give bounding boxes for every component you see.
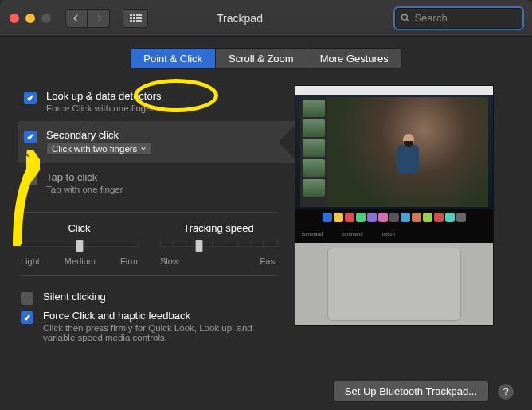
click-slider-group: Click Light Medium Firm bbox=[21, 222, 138, 266]
option-secondary-sub: Click with two fingers bbox=[52, 144, 137, 154]
option-secondary-click[interactable]: Secondary click Click with two fingers bbox=[18, 121, 280, 163]
touchbar-key: option bbox=[382, 232, 395, 236]
option-lookup-title: Look up & data detectors bbox=[46, 90, 164, 102]
tick-light: Light bbox=[21, 256, 40, 266]
zoom-window-button[interactable] bbox=[41, 14, 51, 23]
settings-tabs: Point & Click Scroll & Zoom More Gesture… bbox=[18, 48, 514, 69]
checkbox-lookup[interactable] bbox=[24, 92, 37, 104]
tracking-slider-group: Tracking speed Slow Fast bbox=[160, 222, 277, 266]
search-field[interactable] bbox=[395, 8, 522, 29]
traffic-lights bbox=[10, 14, 51, 23]
touchbar-key: command bbox=[342, 232, 362, 236]
option-silent-title: Silent clicking bbox=[43, 291, 106, 303]
click-slider-knob[interactable] bbox=[76, 240, 84, 252]
chevron-down-icon bbox=[158, 105, 164, 111]
help-button[interactable]: ? bbox=[497, 383, 514, 400]
tracking-slider[interactable] bbox=[160, 239, 277, 252]
search-icon bbox=[401, 13, 409, 23]
option-silent-clicking[interactable]: Silent clicking bbox=[21, 291, 280, 305]
option-force-desc: Click then press firmly for Quick Look, … bbox=[43, 323, 280, 342]
checkbox-force-click[interactable] bbox=[21, 311, 33, 324]
footer: Set Up Bluetooth Trackpad... ? bbox=[333, 381, 514, 402]
option-lookup-sub: Force Click with one finger bbox=[46, 103, 155, 113]
checkbox-tap-to-click[interactable] bbox=[24, 173, 37, 185]
window-title: Trackpad bbox=[92, 12, 387, 25]
tracking-slider-knob[interactable] bbox=[195, 240, 203, 252]
tick-fast: Fast bbox=[260, 256, 277, 266]
option-secondary-title: Secondary click bbox=[46, 129, 152, 141]
option-lookup-menu[interactable]: Force Click with one finger bbox=[46, 103, 164, 113]
search-input[interactable] bbox=[414, 12, 517, 24]
tick-slow: Slow bbox=[160, 256, 179, 266]
content-area: Point & Click Scroll & Zoom More Gesture… bbox=[0, 37, 532, 410]
setup-bluetooth-trackpad-button[interactable]: Set Up Bluetooth Trackpad... bbox=[333, 381, 489, 402]
back-button[interactable] bbox=[65, 9, 88, 28]
tab-point-and-click[interactable]: Point & Click bbox=[130, 48, 216, 69]
option-force-title: Force Click and haptic feedback bbox=[43, 310, 280, 322]
minimize-window-button[interactable] bbox=[25, 14, 35, 23]
gesture-preview: command command option bbox=[295, 85, 494, 326]
window-toolbar: Trackpad bbox=[0, 0, 532, 37]
option-tap-sub: Tap with one finger bbox=[46, 185, 123, 194]
close-window-button[interactable] bbox=[10, 14, 19, 23]
options-column: Look up & data detectors Force Click wit… bbox=[18, 82, 280, 342]
click-slider-label: Click bbox=[68, 222, 90, 234]
sliders-row: Click Light Medium Firm Tracking speed bbox=[18, 222, 280, 266]
click-slider[interactable] bbox=[21, 239, 138, 252]
tick-firm: Firm bbox=[120, 256, 138, 266]
tab-scroll-and-zoom[interactable]: Scroll & Zoom bbox=[216, 48, 307, 69]
tab-more-gestures[interactable]: More Gestures bbox=[307, 48, 402, 69]
tracking-slider-label: Tracking speed bbox=[183, 222, 253, 234]
touchbar-key: command bbox=[302, 232, 323, 236]
preview-column: command command option bbox=[295, 82, 514, 342]
divider bbox=[21, 212, 277, 213]
option-lookup[interactable]: Look up & data detectors Force Click wit… bbox=[18, 82, 280, 121]
checkbox-secondary-click[interactable] bbox=[24, 131, 37, 143]
svg-point-0 bbox=[401, 14, 407, 20]
divider bbox=[21, 275, 277, 276]
chevron-down-icon bbox=[140, 146, 147, 152]
tick-medium: Medium bbox=[65, 256, 96, 266]
option-force-click[interactable]: Force Click and haptic feedback Click th… bbox=[21, 310, 280, 342]
option-secondary-menu[interactable]: Click with two fingers bbox=[46, 143, 152, 155]
option-tap-title: Tap to click bbox=[46, 171, 123, 183]
checkbox-silent-clicking[interactable] bbox=[21, 292, 33, 305]
option-tap-to-click[interactable]: Tap to click Tap with one finger bbox=[18, 163, 280, 202]
